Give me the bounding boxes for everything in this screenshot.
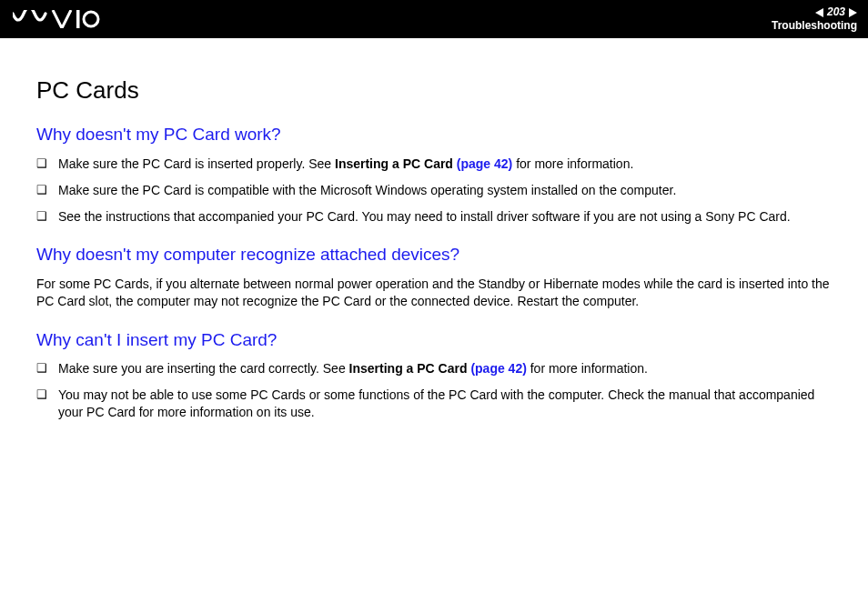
text-pre: Make sure you are inserting the card cor… <box>58 361 349 376</box>
text-post: for more information. <box>512 156 633 171</box>
bullet-icon: ❑ <box>36 156 47 172</box>
text-pre: You may not be able to use some PC Cards… <box>58 387 814 419</box>
page-link[interactable]: (page 42) <box>470 361 526 376</box>
bullet-text: Make sure the PC Card is inserted proper… <box>58 156 832 173</box>
list-item: ❑ Make sure the PC Card is compatible wi… <box>36 182 832 199</box>
page-link[interactable]: (page 42) <box>457 156 512 171</box>
bullet-icon: ❑ <box>36 182 47 198</box>
list-item: ❑ Make sure you are inserting the card c… <box>36 360 832 377</box>
bullet-icon: ❑ <box>36 360 47 377</box>
section-heading-0: Why doesn't my PC Card work? <box>36 123 832 146</box>
svg-rect-0 <box>76 10 80 28</box>
page-number: 203 <box>827 6 845 18</box>
header-right: 203 Troubleshooting <box>772 6 857 31</box>
page-content: PC Cards Why doesn't my PC Card work? ❑ … <box>0 38 868 421</box>
list-item: ❑ Make sure the PC Card is inserted prop… <box>36 156 832 173</box>
text-pre: Make sure the PC Card is compatible with… <box>58 183 676 197</box>
page-title: PC Cards <box>36 75 832 106</box>
bullet-text: Make sure you are inserting the card cor… <box>58 360 832 377</box>
section-heading-2: Why can't I insert my PC Card? <box>36 328 832 352</box>
bullet-icon: ❑ <box>36 208 47 225</box>
text-bold: Inserting a PC Card <box>349 361 471 376</box>
section-heading-1: Why doesn't my computer recognize attach… <box>36 243 832 266</box>
text-pre: Make sure the PC Card is inserted proper… <box>58 156 335 171</box>
svg-point-1 <box>84 12 98 26</box>
section-paragraph-1: For some PC Cards, if you alternate betw… <box>36 276 832 310</box>
bullet-text: You may not be able to use some PC Cards… <box>58 387 832 421</box>
section-label: Troubleshooting <box>772 20 857 32</box>
vaio-logo-svg <box>13 10 100 28</box>
list-item: ❑ You may not be able to use some PC Car… <box>36 387 832 421</box>
page-nav: 203 <box>772 6 857 18</box>
header-bar: 203 Troubleshooting <box>0 0 868 38</box>
next-page-icon[interactable] <box>849 8 857 17</box>
bullet-list-0: ❑ Make sure the PC Card is inserted prop… <box>36 156 832 226</box>
list-item: ❑ See the instructions that accompanied … <box>36 208 832 226</box>
bullet-text: See the instructions that accompanied yo… <box>58 208 832 226</box>
vaio-logo <box>13 10 100 28</box>
bullet-list-2: ❑ Make sure you are inserting the card c… <box>36 360 832 421</box>
text-pre: See the instructions that accompanied yo… <box>58 209 791 224</box>
bullet-text: Make sure the PC Card is compatible with… <box>58 182 832 199</box>
prev-page-icon[interactable] <box>815 8 823 17</box>
bullet-icon: ❑ <box>36 387 47 403</box>
text-bold: Inserting a PC Card <box>335 156 457 171</box>
text-post: for more information. <box>527 361 648 376</box>
